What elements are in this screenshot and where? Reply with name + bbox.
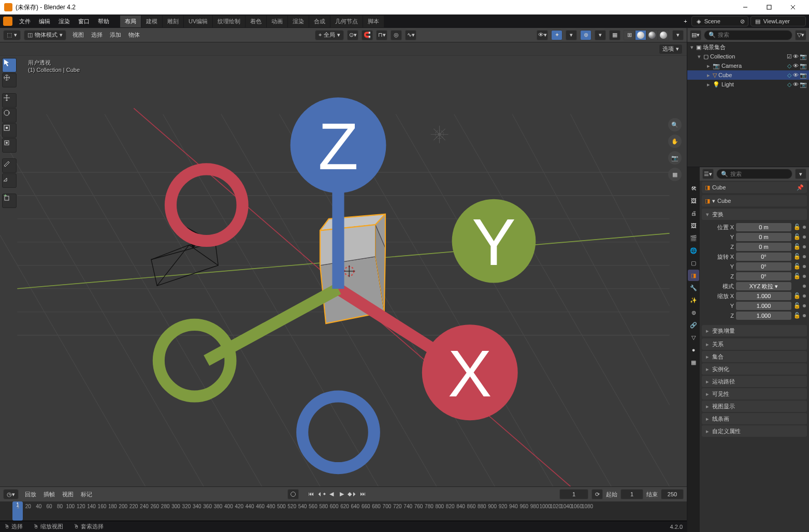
scale-x-input[interactable]: 1.000 — [736, 292, 791, 300]
snap-toggle[interactable]: 🧲 — [362, 30, 373, 40]
autokey-toggle[interactable] — [287, 489, 299, 499]
mode-selector[interactable]: ◫ 物体模式 ▾ — [24, 30, 66, 40]
overlay-menu[interactable]: ▾ — [595, 30, 606, 40]
eye-icon[interactable]: 👁 — [793, 53, 799, 60]
collapsed-panel[interactable]: ▸集合 — [702, 351, 807, 362]
xray-toggle[interactable]: ▦ — [609, 30, 620, 40]
scene-selector[interactable]: ◈ Scene ⊘ — [691, 16, 748, 26]
eye-icon[interactable]: 👁 — [793, 81, 799, 88]
gizmo-toggle[interactable]: ✦ — [551, 30, 562, 40]
object-tab[interactable]: ◨ — [688, 270, 699, 281]
vp-menu-item[interactable]: 选择 — [88, 29, 106, 40]
rot-z-input[interactable]: 0° — [736, 272, 791, 280]
lock-icon[interactable]: 🔓 — [793, 243, 801, 250]
pivot-selector[interactable]: ⊙▾ — [347, 30, 358, 40]
menu-帮助[interactable]: 帮助 — [94, 16, 113, 27]
zoom-button[interactable]: 🔍 — [668, 118, 682, 131]
add-workspace-button[interactable]: + — [680, 16, 691, 26]
workspace-tab[interactable]: 纹理绘制 — [213, 16, 245, 27]
render-icon[interactable]: 📷 — [800, 81, 807, 88]
outliner[interactable]: ▾▣ 场景集合 ▾▢ Collection ☑👁📷 ▸📷Camera◇👁📷▸▽C… — [687, 42, 809, 167]
viewlayer-selector[interactable]: ▤ ViewLayer — [750, 16, 806, 26]
workspace-tab[interactable]: 合成 — [309, 16, 330, 27]
render-icon[interactable]: 📷 — [800, 53, 807, 60]
physics-tab[interactable]: ⊚ — [688, 307, 699, 318]
lock-icon[interactable]: 🔓 — [793, 224, 801, 231]
render-icon[interactable]: 📷 — [800, 72, 807, 79]
proportional-edit-toggle[interactable]: ◎ — [391, 30, 402, 40]
options-dropdown[interactable]: 选项 ▾ — [659, 44, 683, 54]
menu-窗口[interactable]: 窗口 — [75, 16, 93, 27]
outliner-filter[interactable]: ▽▾ — [795, 30, 806, 40]
loc-x-input[interactable]: 0 m — [736, 223, 791, 231]
workspace-tab[interactable]: 布局 — [120, 16, 141, 27]
props-editor-type[interactable]: ☰▾ — [702, 169, 714, 179]
navigation-gizmo[interactable]: X Y Z — [0, 73, 682, 486]
workspace-tab[interactable]: 雕刻 — [163, 16, 183, 27]
pin-icon[interactable]: 📌 — [797, 184, 804, 191]
timeline-menu-item[interactable]: 回放 — [22, 489, 39, 500]
workspace-tab[interactable]: 建模 — [141, 16, 162, 27]
world-tab[interactable]: 🌐 — [688, 245, 699, 256]
close-button[interactable] — [781, 0, 805, 14]
scene-collection-row[interactable]: ▾▣ 场景集合 — [687, 42, 809, 52]
pan-button[interactable]: ✋ — [668, 135, 682, 148]
orientation-selector[interactable]: ⌖ 全局 ▾ — [315, 30, 344, 40]
props-options[interactable]: ▾ — [795, 169, 806, 179]
collapsed-panel[interactable]: ▸实例化 — [702, 363, 807, 375]
outliner-search[interactable]: 🔍 搜索 — [704, 30, 792, 40]
timeline-menu-item[interactable]: 标记 — [78, 489, 95, 500]
outliner-item[interactable]: ▸▽Cube◇👁📷 — [687, 70, 809, 80]
texture-tab[interactable]: ▦ — [688, 357, 699, 368]
gizmo-menu[interactable]: ▾ — [566, 30, 577, 40]
collapsed-panel[interactable]: ▸运动路径 — [702, 376, 807, 387]
play-forward[interactable]: ▶ — [337, 489, 346, 498]
select-box-tool[interactable] — [2, 58, 17, 72]
outliner-item[interactable]: ▸💡Light◇👁📷 — [687, 80, 809, 89]
outliner-type[interactable]: ▤▾ — [690, 30, 701, 40]
collapsed-panel[interactable]: ▸可见性 — [702, 388, 807, 400]
perspective-toggle[interactable]: ▦ — [668, 168, 682, 181]
render-tab[interactable]: 🖼 — [688, 195, 699, 206]
snap-menu[interactable]: ⊓▾ — [376, 30, 387, 40]
collapsed-panel[interactable]: ▸自定义属性 — [702, 425, 807, 437]
outliner-item[interactable]: ▸📷Camera◇👁📷 — [687, 61, 809, 70]
jump-to-start[interactable]: ⏮ — [306, 489, 315, 498]
end-frame-input[interactable]: 250 — [661, 489, 684, 499]
collapsed-panel[interactable]: ▸线条画 — [702, 413, 807, 424]
collapsed-panel[interactable]: ▸关系 — [702, 338, 807, 350]
scale-z-input[interactable]: 1.000 — [736, 312, 791, 320]
collection-tab[interactable]: ▢ — [688, 257, 699, 269]
workspace-tab[interactable]: 着色 — [245, 16, 266, 27]
workspace-tab[interactable]: 脚本 — [363, 16, 384, 27]
start-frame-input[interactable]: 1 — [620, 489, 643, 499]
render-icon[interactable]: 📷 — [800, 63, 807, 69]
workspace-tab[interactable]: 动画 — [267, 16, 287, 27]
object-name-field[interactable]: ◨▾ Cube — [702, 195, 807, 206]
viewlayer-tab[interactable]: 🖼 — [688, 220, 699, 231]
camera-view-button[interactable]: 📷 — [668, 151, 682, 165]
particles-tab[interactable]: ✨ — [688, 294, 699, 306]
vp-menu-item[interactable]: 物体 — [125, 29, 143, 40]
shading-options[interactable]: ▾ — [672, 30, 684, 40]
loc-y-input[interactable]: 0 m — [736, 233, 791, 241]
rot-x-input[interactable]: 0° — [736, 253, 791, 261]
frame-range-toggle[interactable]: ⟳ — [591, 489, 603, 499]
properties-search[interactable]: 🔍 搜索 — [716, 169, 792, 179]
minimize-button[interactable] — [733, 0, 757, 14]
menu-渲染[interactable]: 渲染 — [55, 16, 74, 27]
datapath-breadcrumb[interactable]: ◨ Cube 📌 — [702, 182, 807, 193]
rotation-mode-select[interactable]: XYZ 欧拉 ▾ — [736, 282, 791, 290]
current-frame-input[interactable]: 1 — [559, 489, 588, 499]
wireframe-shading[interactable]: ⊞ — [624, 30, 635, 40]
workspace-tab[interactable]: 渲染 — [288, 16, 309, 27]
collapsed-panel[interactable]: ▸视图显示 — [702, 401, 807, 412]
keyframe-prev[interactable]: ⏴◆ — [316, 489, 326, 498]
eye-icon[interactable]: 👁 — [793, 72, 799, 79]
timeline-menu-item[interactable]: 插帧 — [40, 489, 58, 500]
checkbox-icon[interactable]: ☑ — [787, 53, 792, 60]
vp-menu-item[interactable]: 添加 — [107, 29, 124, 40]
maximize-button[interactable] — [757, 0, 781, 14]
animate-dot[interactable] — [803, 226, 806, 229]
rot-y-input[interactable]: 0° — [736, 262, 791, 271]
